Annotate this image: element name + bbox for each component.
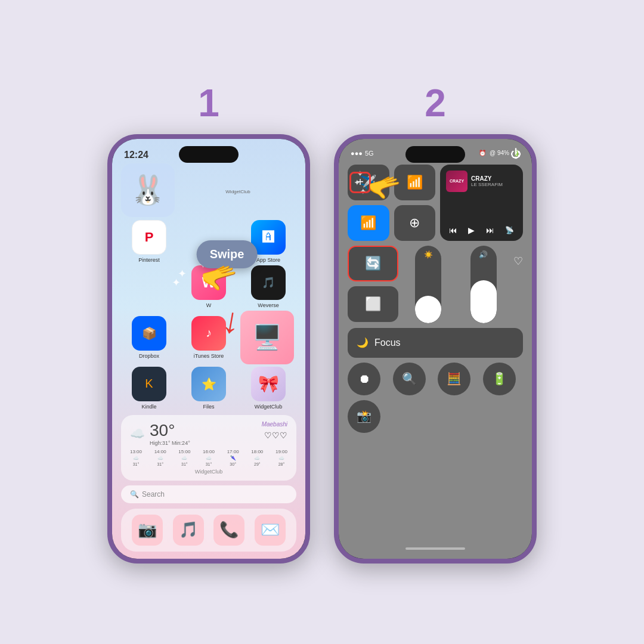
phone-2-screen: ⏻ ●●● 5G ⏰ @ 94% 🔋 + 🫳 [339,139,532,559]
weather-hourly: 13:00☁️31° 14:00☁️31° 15:00☁️31° 16:00☁️… [130,449,287,466]
weverse-icon: 🎵 [251,265,286,300]
weather-location: Maebashi [262,421,287,428]
dropbox-label: Dropbox [139,353,159,359]
weather-detail: High:31° Min:24° [150,440,190,446]
step-1-number: 1 [198,81,219,125]
wifi-tile[interactable]: 📶 [348,205,389,241]
moon-icon: 🌙 [357,337,369,348]
album-art: CRAZY [446,171,467,192]
dock-camera[interactable]: 📷 [132,515,163,546]
rotation-lock-tile[interactable]: 🔄 [348,246,398,281]
home-indicator [405,547,465,550]
camera-btn[interactable]: 📸 [348,400,380,433]
widget-club-label-1: WidgetClub [225,189,250,194]
widgetclub2-label: WidgetClub [255,404,283,410]
appstore-label: App Store [256,257,280,263]
step-2-number: 2 [425,81,446,125]
files-label: Files [203,404,214,410]
app-kindle[interactable]: K Kindle [121,367,177,410]
files-icon: ⭐ [191,367,226,401]
dock: 📷 🎵 📞 ✉️ [121,509,296,552]
play-btn[interactable]: ▶ [468,225,475,235]
calculator-btn[interactable]: 🧮 [438,363,470,395]
magnifier-btn[interactable]: 🔍 [393,363,426,395]
screen-mirror-tile[interactable]: ⬜ [348,286,398,322]
network-label: 5G [365,150,374,157]
now-playing-tile[interactable]: CRAZY CRAZY LE SSERAFIM ⏮ ▶ ⏭ 📡 [440,165,523,241]
heart-icon[interactable]: ♡ [513,255,523,268]
app-files[interactable]: ⭐ Files [181,367,237,410]
search-label: Search [142,490,165,499]
volume-slider[interactable]: 🔊 [470,246,497,323]
app-dropbox[interactable]: 📦 Dropbox [121,316,177,359]
step-2-wrapper: 2 ⏻ ●●● 5G ⏰ @ 94% 🔋 [334,81,537,564]
w-label: W [206,302,212,308]
app-widgetclub2[interactable]: 🎀 WidgetClub [240,367,296,410]
phone-2-notch [405,146,465,163]
dock-phone[interactable]: 📞 [213,515,244,546]
weverse-label: Weverse [258,302,278,308]
bluetooth-tile[interactable]: ⊕ [394,205,436,241]
track-artist: LE SSERAFIM [471,182,503,187]
search-icon: 🔍 [130,490,139,499]
kindle-label: Kindle [141,404,156,410]
dropbox-icon: 📦 [132,316,166,351]
phone-1: 12:24 🐰 WidgetClub P Pinterest [107,134,310,564]
app-pinterest[interactable]: P Pinterest [121,220,177,263]
alarm-icon: ⏰ [479,150,486,156]
weather-widget: ☁️ 30° High:31° Min:24° Maebashi ♡♡♡ [121,415,296,481]
power-icon[interactable]: ⏻ [510,148,521,160]
step-1-wrapper: 1 12:24 🐰 WidgetClub P [107,81,310,564]
record-btn[interactable]: ⏺ [348,363,380,395]
track-title: CRAZY [471,175,503,182]
battery-icon: @ 94% [490,150,509,156]
focus-label: Focus [374,338,401,348]
phone-1-screen: 12:24 🐰 WidgetClub P Pinterest [112,139,305,559]
phone-1-notch [179,146,239,163]
pinterest-icon: P [132,220,166,255]
focus-tile[interactable]: 🌙 Focus [348,328,523,358]
next-btn[interactable]: ⏭ [486,225,494,235]
weather-temp: 30° [150,421,190,440]
brightness-slider[interactable]: ☀️ [415,246,441,323]
dock-mail[interactable]: ✉️ [255,515,286,546]
pc-widget: 🖥️ [240,311,294,364]
bunny-widget: 🐰 [121,163,175,217]
weather-widget-club: WidgetClub [130,469,287,475]
shimmer-3: ✦ [172,276,181,289]
itunes-label: iTunes Store [194,353,224,359]
search-bar[interactable]: 🔍 Search [121,485,296,503]
kindle-icon: K [132,367,166,401]
phone-2: ⏻ ●●● 5G ⏰ @ 94% 🔋 + 🫳 [334,134,537,564]
signal-icon: ●●● [351,150,363,157]
main-container: 1 12:24 🐰 WidgetClub P [83,57,561,587]
prev-btn[interactable]: ⏮ [449,225,457,235]
airplay-icon[interactable]: 📡 [505,226,514,234]
empty-slot2 [121,265,156,300]
dock-music[interactable]: 🎵 [173,515,204,546]
battery-btn[interactable]: 🔋 [483,363,516,395]
pinterest-label: Pinterest [138,257,160,263]
clock: 12:24 [124,150,148,160]
widgetclub2-icon: 🎀 [251,367,286,401]
app-weverse[interactable]: 🎵 Weverse [240,265,296,308]
